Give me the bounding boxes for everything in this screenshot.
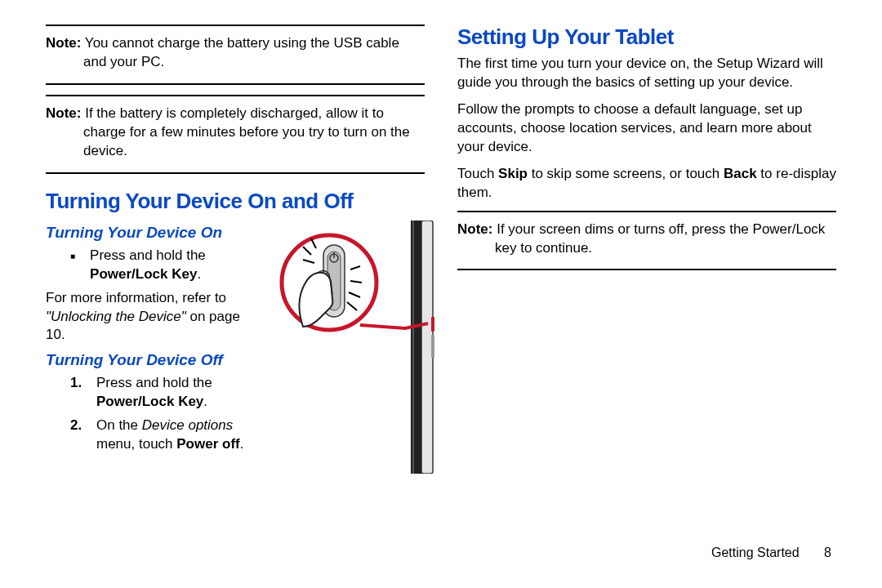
note-2-text: If the battery is completely discharged,… (81, 105, 409, 158)
footer-section: Getting Started (711, 546, 800, 559)
heading-turning-on-off: Turning Your Device On and Off (46, 189, 425, 214)
step-2-text-b: menu, touch (96, 436, 176, 452)
bullet-on-text-c: . (197, 266, 201, 282)
step-1-text-c: . (203, 394, 207, 409)
setup-p3-skip: Skip (498, 166, 528, 181)
bullet-on-key: Power/Lock Key (90, 266, 197, 282)
note-right-label: Note: (457, 221, 492, 237)
step-1-number: 1. (70, 374, 87, 412)
step-1-off: 1. Press and hold the Power/Lock Key. (70, 374, 258, 412)
left-column: Note: You cannot charge the battery usin… (46, 24, 425, 555)
unlock-ref-i: "Unlocking the Device" (46, 309, 186, 324)
setup-para-2: Follow the prompts to choose a default l… (457, 100, 836, 157)
note-block-right: Note: If your screen dims or turns off, … (457, 211, 836, 271)
step-2-number: 2. (70, 416, 87, 454)
setup-para-1: The first time you turn your device on, … (457, 55, 836, 92)
footer-page-number: 8 (824, 546, 831, 559)
subheading-turning-on: Turning Your Device On (46, 224, 258, 242)
note-block-2: Note: If the battery is completely disch… (46, 95, 425, 174)
note-1-text: You cannot charge the battery using the … (81, 35, 399, 69)
power-button-illustration (262, 220, 438, 477)
setup-p3-b: to skip some screens, or touch (528, 166, 724, 181)
note-1-label: Note: (46, 35, 81, 51)
heading-setting-up: Setting Up Your Tablet (457, 24, 836, 50)
step-2-italic: Device options (142, 417, 234, 433)
step-2-strong: Power off (176, 436, 239, 452)
note-block-1: Note: You cannot charge the battery usin… (46, 24, 425, 85)
setup-p3-back: Back (724, 166, 757, 181)
page-footer: Getting Started 8 (711, 546, 831, 560)
svg-rect-4 (431, 335, 434, 358)
right-column: Setting Up Your Tablet The first time yo… (457, 24, 836, 555)
step-2-off: 2. On the Device options menu, touch Pow… (70, 416, 258, 454)
setup-para-3: Touch Skip to skip some screens, or touc… (457, 165, 836, 203)
step-1-text-a: Press and hold the (96, 375, 212, 390)
step-1-key: Power/Lock Key (96, 394, 203, 409)
note-2-label: Note: (46, 105, 81, 121)
note-right-text: If your screen dims or turns off, press … (492, 221, 825, 256)
step-2-text-c: . (240, 436, 244, 452)
bullet-on-text-a: Press and hold the (90, 247, 206, 263)
svg-rect-1 (411, 220, 421, 474)
svg-rect-3 (431, 317, 434, 332)
subheading-turning-off: Turning Your Device Off (46, 351, 258, 369)
setup-p3-a: Touch (457, 166, 498, 181)
svg-rect-0 (421, 220, 433, 474)
step-2-text-a: On the (96, 417, 142, 433)
square-bullet-icon: ■ (70, 247, 75, 284)
unlock-ref-a: For more information, refer to (46, 290, 226, 305)
unlock-ref: For more information, refer to "Unlockin… (46, 289, 258, 345)
bullet-press-hold-on: ■ Press and hold the Power/Lock Key. (70, 247, 258, 284)
